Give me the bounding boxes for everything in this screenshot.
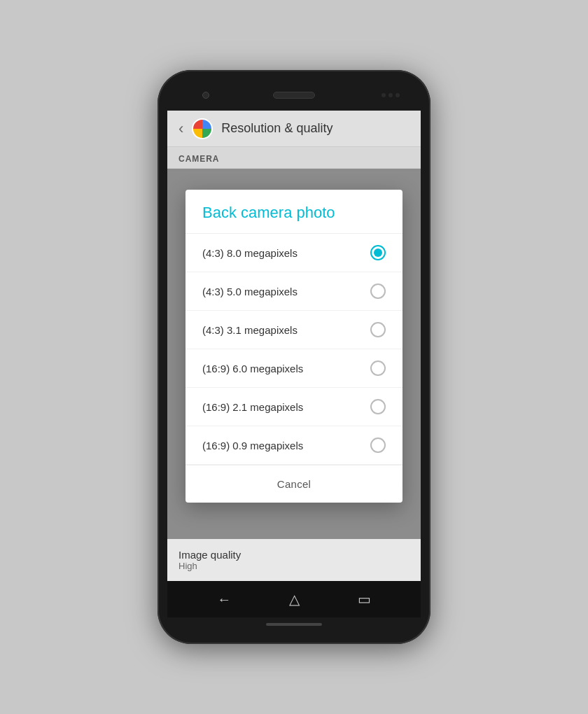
- nav-bar: ← △ ▭: [167, 581, 421, 617]
- app-bar: ‹ Resolution & quality: [167, 111, 421, 147]
- option-label-3: (4:3) 3.1 megapixels: [202, 324, 298, 336]
- option-label-5: (16:9) 2.1 megapixels: [202, 401, 303, 413]
- option-item-6[interactable]: (16:9) 0.9 megapixels: [186, 426, 402, 465]
- radio-button-6[interactable]: [370, 438, 386, 453]
- dot-2: [388, 93, 393, 97]
- app-icon: [192, 118, 213, 139]
- phone-device: ‹ Resolution & quality CAMERA Back camer…: [158, 70, 430, 644]
- front-camera: [202, 92, 209, 99]
- radio-button-2[interactable]: [370, 284, 386, 299]
- dialog-actions: Cancel: [186, 465, 402, 503]
- phone-top-bar: [167, 83, 421, 108]
- radio-inner-1: [374, 248, 382, 257]
- option-label-2: (4:3) 5.0 megapixels: [202, 286, 298, 298]
- radio-button-1[interactable]: [370, 245, 386, 260]
- radio-button-3[interactable]: [370, 322, 386, 337]
- dot-3: [396, 93, 400, 97]
- nav-recents-icon[interactable]: ▭: [358, 591, 371, 608]
- option-item-1[interactable]: (4:3) 8.0 megapixels: [186, 234, 402, 272]
- screen-background: Back camera photo (4:3) 8.0 megapixels: [167, 169, 421, 581]
- phone-screen: ‹ Resolution & quality CAMERA Back camer…: [167, 111, 421, 617]
- dialog-options: (4:3) 8.0 megapixels (4:3) 5.0 megapixel…: [186, 234, 402, 465]
- radio-button-5[interactable]: [370, 399, 386, 414]
- option-label-1: (4:3) 8.0 megapixels: [202, 247, 298, 259]
- dialog-overlay: Back camera photo (4:3) 8.0 megapixels: [167, 169, 421, 581]
- cancel-button[interactable]: Cancel: [260, 471, 328, 497]
- image-quality-setting: Image quality High: [167, 539, 421, 581]
- option-item-3[interactable]: (4:3) 3.1 megapixels: [186, 311, 402, 349]
- section-header: CAMERA: [167, 147, 421, 169]
- nav-home-icon[interactable]: △: [289, 591, 300, 608]
- back-button[interactable]: ‹: [178, 120, 183, 138]
- dot-1: [382, 93, 386, 97]
- radio-button-4[interactable]: [370, 360, 386, 376]
- app-bar-title: Resolution & quality: [221, 121, 332, 136]
- speaker: [273, 92, 315, 99]
- indicator-dots: [382, 93, 400, 97]
- image-quality-value: High: [178, 561, 410, 571]
- phone-bottom-bar: [266, 617, 322, 631]
- nav-back-icon[interactable]: ←: [217, 592, 231, 608]
- option-item-5[interactable]: (16:9) 2.1 megapixels: [186, 388, 402, 426]
- option-label-6: (16:9) 0.9 megapixels: [202, 440, 303, 451]
- image-quality-title: Image quality: [178, 549, 410, 561]
- option-item-4[interactable]: (16:9) 6.0 megapixels: [186, 349, 402, 388]
- resolution-dialog: Back camera photo (4:3) 8.0 megapixels: [186, 190, 402, 503]
- dialog-title: Back camera photo: [186, 190, 402, 234]
- option-label-4: (16:9) 6.0 megapixels: [202, 363, 303, 374]
- home-indicator: [266, 623, 322, 626]
- option-item-2[interactable]: (4:3) 5.0 megapixels: [186, 272, 402, 311]
